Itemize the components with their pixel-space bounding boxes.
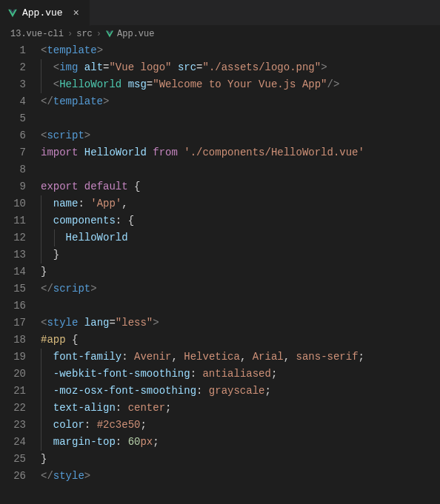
line-number: 18	[0, 332, 26, 349]
code-line[interactable]	[41, 110, 440, 127]
code-line[interactable]: <HelloWorld msg="Welcome to Your Vue.js …	[41, 76, 440, 93]
vue-icon	[105, 30, 114, 38]
code-line[interactable]: #app {	[41, 332, 440, 349]
code-line[interactable]: </template>	[41, 93, 440, 110]
breadcrumb: 13.vue-cli › src › App.vue	[0, 26, 440, 42]
line-number: 15	[0, 280, 26, 298]
breadcrumb-item[interactable]: src	[76, 29, 93, 39]
code-line[interactable]: -moz-osx-font-smoothing: grayscale;	[41, 383, 440, 400]
code-line[interactable]: HelloWorld	[41, 229, 440, 246]
line-number: 25	[0, 451, 26, 468]
code-line[interactable]: components: {	[41, 212, 440, 229]
close-icon[interactable]: ×	[70, 7, 82, 19]
code-line[interactable]: }	[41, 451, 440, 468]
line-number: 8	[0, 161, 26, 178]
tab-bar: App.vue ×	[0, 0, 440, 26]
code-line[interactable]	[41, 161, 440, 178]
line-number: 10	[0, 195, 26, 212]
line-number: 26	[0, 468, 26, 485]
vue-icon	[7, 8, 18, 19]
breadcrumb-item[interactable]: 13.vue-cli	[10, 29, 64, 39]
line-number: 24	[0, 434, 26, 451]
code-line[interactable]: <style lang="less">	[41, 315, 440, 332]
line-number: 5	[0, 110, 26, 127]
line-number: 22	[0, 400, 26, 417]
code-line[interactable]: margin-top: 60px;	[41, 434, 440, 451]
line-number: 16	[0, 298, 26, 315]
code-line[interactable]: import HelloWorld from './components/Hel…	[41, 144, 440, 161]
code-line[interactable]: color: #2c3e50;	[41, 417, 440, 434]
line-number: 3	[0, 76, 26, 93]
code-line[interactable]: <img alt="Vue logo" src="./assets/logo.p…	[41, 59, 440, 76]
line-number: 1	[0, 42, 26, 59]
editor-tab[interactable]: App.vue ×	[0, 0, 90, 26]
line-number: 12	[0, 229, 26, 246]
line-gutter: 1234567891011121314151617181920212223242…	[0, 42, 41, 485]
code-line[interactable]: text-align: center;	[41, 400, 440, 417]
line-number: 23	[0, 417, 26, 434]
code-area[interactable]: <template> <img alt="Vue logo" src="./as…	[41, 42, 440, 485]
chevron-right-icon: ›	[96, 29, 101, 39]
chevron-right-icon: ›	[67, 29, 73, 39]
tab-filename: App.vue	[22, 7, 63, 19]
line-number: 21	[0, 383, 26, 400]
code-line[interactable]: <script>	[41, 127, 440, 144]
code-line[interactable]: -webkit-font-smoothing: antialiased;	[41, 366, 440, 383]
code-line[interactable]: <template>	[41, 42, 440, 59]
line-number: 7	[0, 144, 26, 161]
line-number: 20	[0, 366, 26, 383]
code-line[interactable]: name: 'App',	[41, 195, 440, 212]
line-number: 9	[0, 178, 26, 195]
line-number: 19	[0, 349, 26, 366]
line-number: 6	[0, 127, 26, 144]
code-line[interactable]: export default {	[41, 178, 440, 195]
line-number: 4	[0, 93, 26, 110]
line-number: 11	[0, 212, 26, 229]
code-editor[interactable]: 1234567891011121314151617181920212223242…	[0, 42, 440, 485]
code-line[interactable]: </script>	[41, 280, 440, 298]
code-line[interactable]	[41, 298, 440, 315]
line-number: 17	[0, 315, 26, 332]
line-number: 13	[0, 246, 26, 263]
code-line[interactable]: font-family: Avenir, Helvetica, Arial, s…	[41, 349, 440, 366]
line-number: 2	[0, 59, 26, 76]
code-line[interactable]: </style>	[41, 468, 440, 485]
code-line[interactable]: }	[41, 263, 440, 280]
line-number: 14	[0, 263, 26, 280]
breadcrumb-item[interactable]: App.vue	[105, 29, 154, 39]
code-line[interactable]: }	[41, 246, 440, 263]
